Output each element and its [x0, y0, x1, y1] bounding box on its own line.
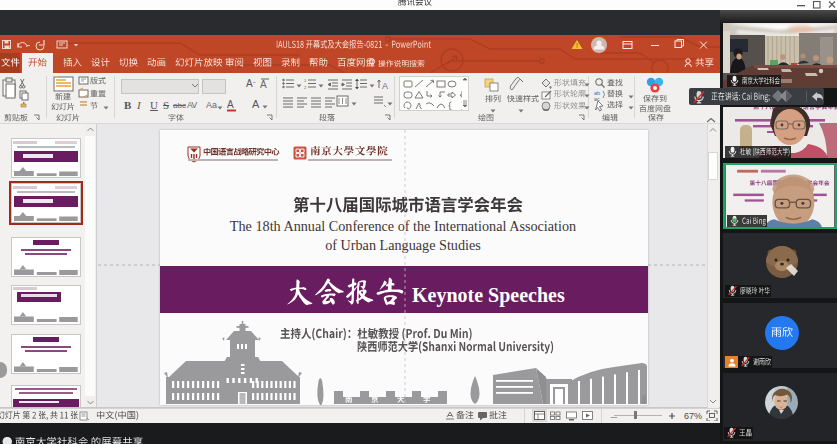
svg-text:A: A	[260, 79, 267, 90]
svg-text:!: !	[576, 42, 578, 49]
svg-text:2: 2	[304, 85, 307, 90]
svg-text:A: A	[227, 99, 234, 110]
svg-text:1: 1	[304, 78, 307, 83]
svg-text:A: A	[382, 81, 388, 91]
